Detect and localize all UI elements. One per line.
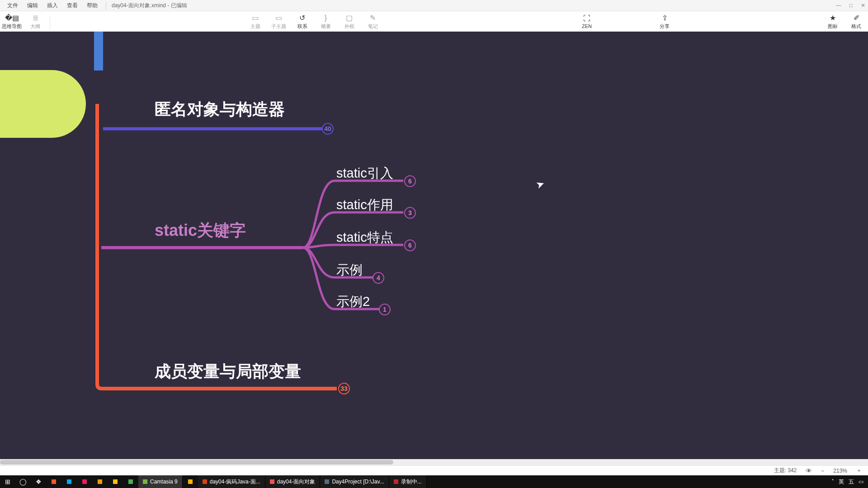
window-minimize-button[interactable]: — (836, 2, 841, 9)
menu-help[interactable]: 帮助 (82, 2, 102, 9)
pinned-app-icon[interactable] (61, 475, 77, 488)
window-maximize-button[interactable]: □ (849, 2, 853, 9)
count-badge-example2[interactable]: 1 (379, 304, 391, 315)
status-bar: 主题: 342 👁 − 213% ＋ (0, 465, 868, 475)
insert-subtopic-label: 子主题 (271, 23, 286, 30)
menu-edit[interactable]: 编辑 (23, 2, 42, 9)
count-badge-branch3[interactable]: 33 (338, 383, 350, 394)
subtopic-example1[interactable]: 示例 (336, 261, 363, 279)
insert-relation-label: 联系 (297, 23, 307, 30)
count-badge-static-intro[interactable]: 6 (404, 175, 416, 187)
subtopic-static-usage[interactable]: static作用 (336, 196, 393, 214)
pinned-app-icon[interactable] (123, 475, 138, 488)
pinned-app-icon[interactable] (92, 475, 108, 488)
insert-boundary-label: 外框 (344, 23, 354, 30)
insert-note-button[interactable]: ✎笔记 (361, 11, 385, 32)
horizontal-scrollbar[interactable] (0, 459, 868, 465)
ime-indicator[interactable]: 五 (849, 478, 854, 486)
cortana-icon[interactable]: ◯ (15, 475, 31, 488)
share-label: 分享 (660, 23, 670, 30)
menu-view[interactable]: 查看 (62, 2, 82, 9)
windows-taskbar: ⊞ ◯ ❖ Camtasia 9 day04-疯码Java-面... day04… (0, 475, 868, 488)
view-mindmap-button[interactable]: �▤ 思维导图 (0, 11, 24, 32)
insert-subtopic-button[interactable]: ▭子主题 (267, 11, 291, 32)
insert-relation-button[interactable]: ↺联系 (291, 11, 314, 32)
view-mindmap-label: 思维导图 (2, 23, 22, 30)
insert-boundary-button[interactable]: ▢外框 (338, 11, 361, 32)
mindmap-canvas[interactable]: 匿名对象与构造器 40 static关键字 static引入 6 static作… (0, 32, 868, 465)
note-icon: ✎ (370, 13, 376, 23)
presentation-mode-icon[interactable]: 👁 (806, 467, 812, 474)
insert-topic-label: 主题 (250, 23, 260, 30)
notifications-icon[interactable]: ▭ (859, 479, 863, 485)
subtopic-static-feature[interactable]: static特点 (336, 229, 393, 247)
relation-icon: ↺ (299, 13, 305, 23)
insert-summary-label: 概要 (321, 23, 331, 30)
count-badge-branch1[interactable]: 40 (322, 123, 334, 135)
start-button[interactable]: ⊞ (0, 475, 15, 488)
window-close-button[interactable]: ✕ (861, 2, 865, 9)
zoom-in-button[interactable]: ＋ (856, 467, 862, 474)
insert-topic-button[interactable]: ▭主题 (244, 11, 267, 32)
ime-indicator[interactable]: 英 (839, 478, 844, 486)
zen-mode-button[interactable]: ⛶ZEN (575, 11, 599, 32)
taskbar-item[interactable]: 录制中... (389, 475, 427, 488)
count-badge-static-usage[interactable]: 3 (404, 207, 416, 219)
format-label: 格式 (851, 23, 861, 30)
taskbar-item-label: 录制中... (401, 478, 422, 486)
menu-bar: 文件 编辑 插入 查看 帮助 day04-面向对象.xmind - 已编辑 — … (0, 0, 868, 11)
taskbar-item-label: day04-面向对象 (277, 478, 316, 486)
topic-member-local-vars[interactable]: 成员变量与局部变量 (155, 361, 301, 383)
taskbar-item[interactable]: day04-面向对象 (265, 475, 321, 488)
share-icon: ⇪ (662, 13, 668, 23)
document-title: day04-面向对象.xmind - 已编辑 (106, 2, 187, 9)
taskbar-item[interactable]: day04-疯码Java-面... (198, 475, 265, 488)
taskbar-item-label: Day4Project [D:\Jav... (332, 479, 384, 485)
subtopic-example2[interactable]: 示例2 (336, 293, 370, 311)
pinned-app-icon[interactable] (46, 475, 61, 488)
zen-label: ZEN (582, 23, 592, 29)
topic-count-label: 主题: 342 (774, 467, 797, 474)
view-outline-button[interactable]: ≣ 大纲 (24, 11, 47, 32)
view-outline-label: 大纲 (30, 23, 40, 30)
taskbar-item-label: Camtasia 9 (150, 479, 178, 485)
tray-chevron-icon[interactable]: ˄ (831, 479, 834, 485)
zoom-level[interactable]: 213% (833, 468, 847, 474)
format-panel-button[interactable]: ✐格式 (844, 11, 868, 32)
mindmap-icon: �▤ (5, 13, 19, 23)
topic-icon: ▭ (252, 13, 259, 23)
menu-insert[interactable]: 插入 (42, 2, 62, 9)
pinned-app-icon[interactable] (108, 475, 123, 488)
iconlib-label: 图标 (828, 23, 838, 30)
scrollbar-thumb[interactable] (0, 460, 393, 465)
toolbar-separator (50, 16, 50, 30)
system-tray: ˄ 英 五 ▭ (831, 478, 868, 486)
toolbar: �▤ 思维导图 ≣ 大纲 ▭主题 ▭子主题 ↺联系 }概要 ▢外框 ✎笔记 ⛶Z… (0, 11, 868, 32)
topic-anonymous-constructor[interactable]: 匿名对象与构造器 (155, 99, 285, 121)
taskbar-item[interactable]: Day4Project [D:\Jav... (320, 475, 389, 488)
subtopic-icon: ▭ (275, 13, 282, 23)
star-icon: ★ (830, 13, 836, 23)
share-button[interactable]: ⇪分享 (653, 11, 676, 32)
zen-icon: ⛶ (583, 14, 590, 23)
pinned-app-icon[interactable] (77, 475, 92, 488)
count-badge-example1[interactable]: 4 (373, 272, 384, 284)
subtopic-static-intro[interactable]: static引入 (336, 164, 393, 183)
zoom-out-button[interactable]: − (821, 468, 824, 474)
pinned-app-icon[interactable] (183, 475, 198, 488)
menu-file[interactable]: 文件 (3, 2, 23, 9)
taskview-icon[interactable]: ❖ (31, 475, 46, 488)
boundary-icon: ▢ (346, 13, 353, 23)
count-badge-static-feature[interactable]: 6 (404, 239, 416, 251)
topic-static-keyword[interactable]: static关键字 (155, 220, 246, 242)
taskbar-item-label: day04-疯码Java-面... (210, 478, 260, 486)
mindmap-connectors (0, 32, 868, 465)
brush-icon: ✐ (854, 13, 859, 23)
insert-summary-button[interactable]: }概要 (314, 11, 338, 32)
icon-library-button[interactable]: ★图标 (821, 11, 844, 32)
summary-icon: } (325, 13, 327, 23)
insert-note-label: 笔记 (368, 23, 378, 30)
taskbar-item[interactable]: Camtasia 9 (138, 475, 183, 488)
outline-icon: ≣ (33, 13, 38, 23)
